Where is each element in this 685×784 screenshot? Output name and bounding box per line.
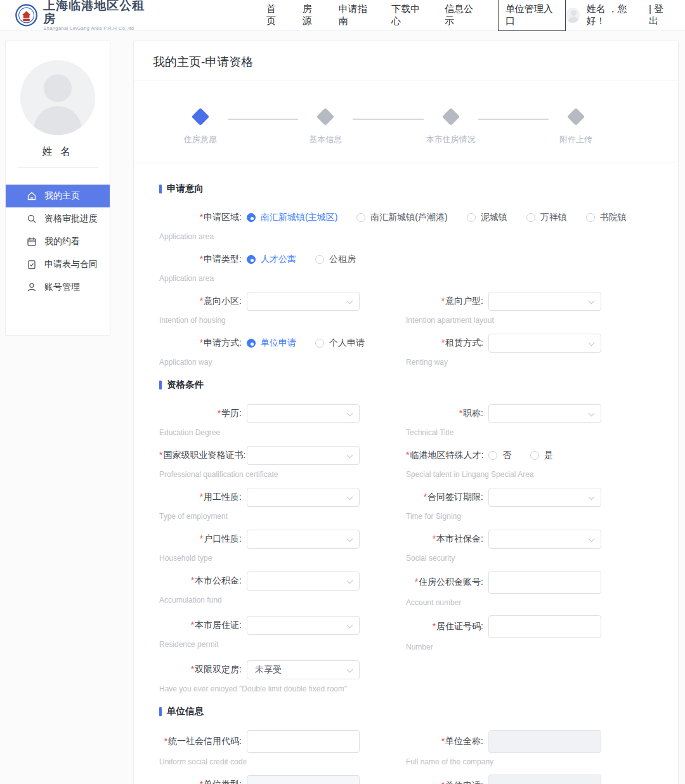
field-helper: Time for Signing [406,512,653,521]
sidebar-item-my-appointments[interactable]: 我的约看 [6,230,110,253]
chevron-down-icon [347,494,353,500]
radio-shuyuan[interactable]: 书院镇 [586,212,627,223]
logout-link[interactable]: | 登出 [649,3,671,27]
avatar [20,60,95,135]
field-technical-title: *职称: Technical Title [406,403,653,445]
household-type-select[interactable] [247,530,360,549]
field-label: *合同签订期限: [406,492,488,503]
renting-way-select[interactable] [488,334,601,353]
nav-apply-guide[interactable]: 申请指南 [339,3,373,27]
step-diamond [442,108,460,126]
chevron-down-icon [347,452,353,459]
step-diamond [316,108,334,126]
chevron-down-icon [589,536,595,542]
credit-code-input[interactable] [247,730,360,753]
site-subtitle: Shangahai LinGang Area P.R.H Co.,ltd [43,25,149,31]
chevron-down-icon [347,578,353,584]
employment-type-select[interactable] [247,488,360,507]
radio-nanhui-luchaogang[interactable]: 南汇新城镇(芦潮港) [356,212,447,223]
home-icon [27,191,37,201]
accumulation-fund-select[interactable] [247,572,360,591]
radio-icon [315,339,324,348]
technical-title-select[interactable] [488,404,601,423]
sidebar-item-approval-progress[interactable]: 资格审批进度 [6,207,110,230]
radio-public-rental[interactable]: 公租房 [315,254,356,265]
section-title-intent: 申请意向 [159,183,653,195]
field-label: *住房公积金账号: [406,577,488,588]
social-security-select[interactable] [488,530,601,549]
application-way-radio-group: 单位申请 个人申请 [247,337,365,349]
double-limit-room-select[interactable]: 未享受 [247,660,360,679]
intended-community-select[interactable] [247,292,360,311]
nav-info-publicity[interactable]: 信息公示 [445,3,479,27]
field-label: *单位全称: [406,736,488,747]
residence-permit-select[interactable] [247,616,360,635]
field-helper: Application area [159,232,653,241]
radio-unit-application[interactable]: 单位申请 [247,337,296,349]
chevron-down-icon [347,298,353,304]
radio-nicheng[interactable]: 泥城镇 [467,212,507,223]
radio-icon [488,451,497,460]
sidebar-item-my-home[interactable]: 我的主页 [6,185,110,207]
field-special-talent: *临港地区特殊人才: 否 是 Special talent in Lingang… [406,445,653,487]
nav-home[interactable]: 首页 [266,3,284,27]
field-helper: Residence permit [159,640,406,649]
step-basic-info: 基本信息 [298,110,353,145]
user-area: 姓名 ，您好！ | 登出 [566,3,671,27]
education-select[interactable] [247,404,360,423]
main-panel: 我的主页-申请资格 住房意愿 基本信息 本市住房情况 [133,41,679,784]
field-application-way: *申请方式: 单位申请 个人申请 Application way [159,333,406,375]
unit-management-entry-button[interactable]: 单位管理入口 [498,0,566,31]
field-residence-permit: *本市居住证: Residence permit [159,615,406,660]
section-bar [159,381,162,389]
company-type-select [247,775,360,784]
intended-layout-select[interactable] [488,292,601,311]
chevron-down-icon [589,494,595,500]
site-title: 上海临港地区公租房 [43,0,149,25]
field-double-limit-room: *双限双定房: 未享受 Have you ever enioyed "Doubl… [159,660,653,702]
chevron-down-icon [347,410,353,417]
sidebar-item-account-management[interactable]: 账号管理 [6,276,110,299]
sidebar-item-forms-contracts[interactable]: 申请表与合同 [6,253,110,276]
field-label: *学历: [159,408,247,419]
section-title-qualification: 资格条件 [159,379,653,391]
company-telephone-input [488,774,601,784]
field-company-telephone: *单位电话: Office telephone [406,774,653,784]
field-household-type: *户口性质: Household type [159,529,406,571]
application-form: 申请意向 *申请区域: 南汇新城镇(主城区) 南汇新城镇(芦潮港) 泥城镇 万祥… [134,162,678,784]
radio-personal-application[interactable]: 个人申请 [315,337,365,349]
field-label: *申请方式: [159,337,247,349]
radio-icon [247,213,256,222]
step-city-housing-status: 本市住房情况 [424,110,478,145]
nav-download-center[interactable]: 下载中心 [391,3,426,27]
field-helper: Account number [406,598,653,607]
radio-icon [315,255,324,264]
nav-housing[interactable]: 房源 [303,3,320,27]
field-contract-term: *合同签订期限: Time for Signing [406,487,653,529]
field-company-name: *单位全称: Full name of the company [406,730,653,774]
special-talent-radio-group: 否 是 [488,450,553,461]
field-label: *统一社会信用代码: [159,736,247,747]
search-icon [27,214,37,224]
section-title-company: 单位信息 [159,705,653,717]
fund-account-input[interactable] [488,571,601,594]
radio-nanhui-main-area[interactable]: 南汇新城镇(主城区) [247,212,337,223]
field-intended-layout: *意向户型: Intention apartment layout [406,291,653,333]
field-company-type: *单位类型: Company type [159,774,406,784]
radio-talent-yes[interactable]: 是 [530,450,553,461]
step-label: 住房意愿 [184,134,217,145]
radio-wanxiang[interactable]: 万祥镇 [526,212,567,223]
field-helper: Uniform social credit code [159,757,406,766]
field-helper: Renting way [406,358,653,367]
field-label: *户口性质: [159,533,247,545]
divider [17,167,98,168]
field-label: *本市公积金: [159,575,247,587]
radio-icon [247,339,256,348]
chevron-down-icon [589,298,595,304]
radio-talent-apartment[interactable]: 人才公寓 [247,254,296,265]
national-certificate-select[interactable] [247,446,360,465]
permit-number-input[interactable] [488,615,601,638]
radio-talent-no[interactable]: 否 [488,450,511,461]
contract-term-select[interactable] [488,488,601,507]
chevron-down-icon [347,667,353,673]
